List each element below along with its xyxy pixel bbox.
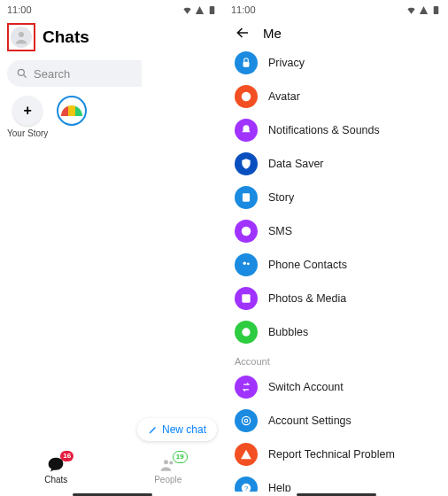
signal-icon — [419, 5, 429, 15]
svg-point-14 — [247, 262, 250, 265]
profile-highlight-box — [7, 23, 35, 51]
svg-point-17 — [244, 419, 248, 422]
status-icons — [182, 5, 217, 15]
svg-point-18 — [242, 416, 250, 424]
people-badge: 19 — [173, 451, 188, 463]
setting-bubbles[interactable]: Bubbles — [235, 315, 437, 349]
svg-rect-8 — [434, 5, 439, 13]
setting-sms[interactable]: SMS — [235, 214, 437, 248]
setting-label: Privacy — [268, 57, 305, 69]
profile-avatar[interactable] — [11, 27, 32, 48]
screen-chats: 11:00 Chats Search + Your Story — [0, 0, 224, 496]
svg-point-16 — [242, 328, 250, 336]
svg-point-12 — [242, 227, 251, 236]
setting-label: Notifications & Sounds — [268, 124, 380, 136]
contacts-icon — [240, 259, 252, 271]
search-placeholder: Search — [34, 67, 70, 81]
signal-icon — [195, 5, 205, 15]
svg-line-5 — [24, 75, 27, 78]
sms-icon — [240, 225, 252, 237]
new-chat-button[interactable]: New chat — [137, 418, 217, 441]
image-icon — [240, 292, 252, 305]
wifi-icon — [182, 5, 192, 15]
setting-label: Data Saver — [268, 158, 324, 170]
status-time: 11:00 — [7, 4, 32, 15]
search-icon — [16, 67, 28, 80]
setting-label: Photos & Media — [268, 292, 346, 305]
setting-phone-contacts[interactable]: Phone Contacts — [235, 248, 437, 282]
lock-icon — [240, 57, 252, 69]
svg-point-10 — [242, 92, 251, 102]
setting-label: Bubbles — [268, 326, 308, 338]
section-account: Account — [235, 349, 437, 370]
svg-rect-15 — [242, 294, 250, 302]
nav-people[interactable]: 19 People — [112, 449, 225, 492]
screen-me-settings: 11:00 Me Privacy Avatar Notifications & … — [224, 0, 448, 496]
setting-help[interactable]: ?Help — [235, 471, 437, 492]
bottom-nav: 16 Chats 19 People — [0, 449, 224, 492]
setting-label: Account Settings — [268, 415, 351, 427]
setting-avatar[interactable]: Avatar — [235, 80, 437, 113]
svg-rect-11 — [243, 193, 250, 201]
setting-label: Avatar — [268, 90, 300, 103]
add-story-icon: + — [12, 96, 42, 126]
setting-label: Report Technical Problem — [268, 448, 395, 461]
svg-point-7 — [169, 461, 173, 464]
status-time: 11:00 — [231, 4, 256, 15]
shield-icon — [240, 158, 252, 170]
chats-badge: 16 — [60, 451, 73, 461]
setting-notifications[interactable]: Notifications & Sounds — [235, 113, 437, 147]
book-icon — [240, 191, 252, 204]
warning-icon — [240, 448, 252, 461]
story-item[interactable] — [57, 96, 87, 138]
setting-story[interactable]: Story — [235, 181, 437, 214]
svg-point-1 — [19, 32, 24, 37]
pencil-icon — [148, 424, 158, 435]
switch-icon — [240, 381, 252, 393]
me-page-title: Me — [263, 26, 282, 41]
person-icon — [13, 29, 29, 45]
setting-label: SMS — [268, 225, 292, 237]
status-bar: 11:00 — [0, 0, 224, 19]
svg-point-4 — [18, 69, 24, 75]
back-arrow-icon[interactable] — [235, 25, 251, 41]
gear-icon — [240, 415, 252, 427]
your-story-label: Your Story — [7, 128, 48, 138]
svg-text:?: ? — [244, 484, 248, 492]
nav-chats[interactable]: 16 Chats — [0, 449, 112, 492]
settings-list[interactable]: Privacy Avatar Notifications & Sounds Da… — [224, 46, 448, 492]
setting-data-saver[interactable]: Data Saver — [235, 147, 437, 181]
svg-rect-0 — [210, 5, 215, 13]
battery-icon — [207, 5, 217, 15]
face-icon — [240, 90, 252, 103]
me-header: Me — [224, 19, 448, 46]
your-story-button[interactable]: + Your Story — [7, 96, 48, 138]
setting-switch-account[interactable]: Switch Account — [235, 370, 437, 404]
wifi-icon — [406, 5, 416, 15]
svg-point-13 — [243, 262, 247, 266]
help-icon: ? — [240, 482, 252, 492]
nav-people-label: People — [154, 475, 182, 484]
setting-report-problem[interactable]: Report Technical Problem — [235, 438, 437, 471]
whitespace — [142, 18, 224, 465]
status-icons — [406, 5, 441, 15]
new-chat-label: New chat — [162, 423, 206, 436]
setting-label: Help — [268, 482, 291, 492]
setting-photos-media[interactable]: Photos & Media — [235, 282, 437, 315]
status-bar: 11:00 — [224, 0, 448, 19]
svg-point-6 — [164, 460, 168, 464]
setting-label: Story — [268, 191, 294, 204]
battery-icon — [431, 5, 441, 15]
bubbles-icon — [240, 326, 252, 338]
setting-label: Switch Account — [268, 381, 344, 393]
setting-label: Phone Contacts — [268, 259, 347, 271]
bell-icon — [240, 124, 252, 136]
setting-account-settings[interactable]: Account Settings — [235, 404, 437, 438]
svg-rect-9 — [243, 62, 250, 67]
setting-privacy[interactable]: Privacy — [235, 46, 437, 80]
nav-chats-label: Chats — [44, 475, 67, 484]
